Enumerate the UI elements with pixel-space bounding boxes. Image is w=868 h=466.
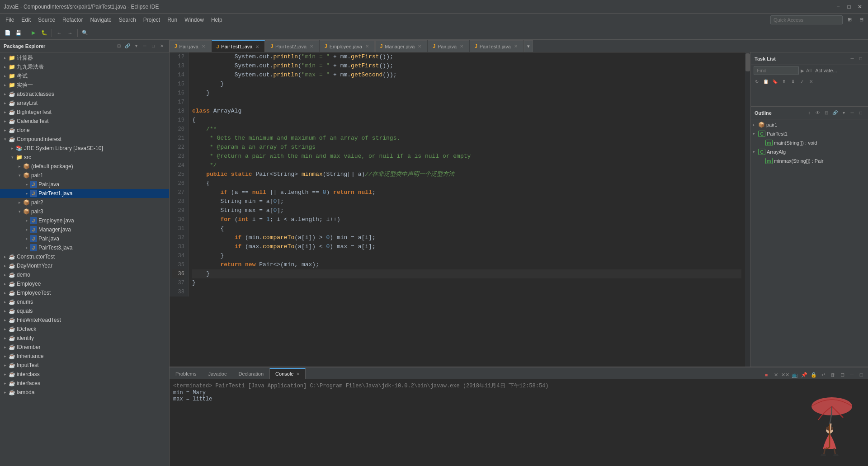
code-scroll-area[interactable]: 1213141516171819202122232425262728293031… [170,52,745,367]
tree-item-9[interactable]: ▾☕CompoundInterest [0,135,169,144]
code-lines[interactable]: System.out.println("min = " + mm.getFirs… [189,52,745,297]
task-btn-2[interactable]: 📋 [762,77,770,85]
tree-item-27[interactable]: ▸☕enums [0,297,169,306]
minimize-panel-btn[interactable]: ─ [141,42,148,50]
tree-item-34[interactable]: ▸☕InputTest [0,361,169,370]
tree-item-13[interactable]: ▾📦pair1 [0,171,169,180]
console-scroll-lock-btn[interactable]: 🔒 [810,371,818,379]
tree-item-7[interactable]: ▸☕CalendarTest [0,117,169,126]
debug-btn[interactable]: 🐛 [39,28,49,38]
outline-item-2[interactable]: mmain(String[]) : void [751,138,868,147]
console-minimize-btn[interactable]: ─ [848,371,856,379]
editor-scrollbar[interactable] [745,52,750,367]
tree-item-15[interactable]: ▸JPairTest1.java [0,189,169,198]
run-btn[interactable]: ▶ [28,28,38,38]
view-menu-btn[interactable]: ⊟ [856,15,866,25]
console-clear-btn[interactable]: 🗑 [829,371,837,379]
scrollbar-thumb[interactable] [745,53,750,71]
tree-item-12[interactable]: ▸📦(default package) [0,162,169,171]
tab-employee-java[interactable]: J Employee.java ✕ [320,40,375,52]
tree-item-33[interactable]: ▸☕Inheritance [0,352,169,361]
tab-console[interactable]: Console ✕ [269,368,306,379]
console-terminate-btn[interactable]: ■ [762,371,770,379]
tab-javadoc[interactable]: Javadoc [202,368,232,379]
perspectives-btn[interactable]: ⊞ [844,15,854,25]
tree-item-17[interactable]: ▾📦pair3 [0,207,169,216]
menu-run[interactable]: Run [164,15,181,25]
outline-item-0[interactable]: ▸📦pair1 [751,120,868,129]
console-remove-all-btn[interactable]: ✕✕ [781,371,789,379]
tree-item-36[interactable]: ▸☕interfaces [0,379,169,388]
console-pin-btn[interactable]: 📌 [800,371,808,379]
task-btn-6[interactable]: ✓ [798,77,806,85]
task-minimize-btn[interactable]: ─ [849,55,856,62]
find-arrow[interactable]: ▶ [801,68,804,73]
task-btn-4[interactable]: ⬆ [780,77,788,85]
tab-close-btn[interactable]: ✕ [309,43,314,49]
tab-overflow-btn[interactable]: ▾ [524,40,533,52]
tree-item-25[interactable]: ▸☕Employee [0,279,169,288]
tab-pair-java2[interactable]: J Pair.java ✕ [428,40,469,52]
tab-problems[interactable]: Problems [170,368,202,379]
tree-item-21[interactable]: ▸JPairTest3.java [0,243,169,252]
tree-item-29[interactable]: ▸☕FileWriteReadTest [0,315,169,325]
console-layout-btn[interactable]: ⊟ [838,371,846,379]
task-btn-3[interactable]: 🔖 [771,77,779,85]
tree-item-14[interactable]: ▸JPair.java [0,180,169,189]
outline-item-4[interactable]: mminmax(String[]) : Pair [751,156,868,165]
tree-item-3[interactable]: ▸📁实验一 [0,80,169,89]
tab-pairtest3-java[interactable]: J PairTest3.java ✕ [470,40,524,52]
tab-close-btn[interactable]: ✕ [364,43,370,49]
console-remove-btn[interactable]: ✕ [772,371,780,379]
tree-item-10[interactable]: ▸📚JRE System Library [JavaSE-10] [0,144,169,153]
menu-refactor[interactable]: Refactor [59,15,86,25]
menu-help[interactable]: Help [208,15,226,25]
console-word-wrap-btn[interactable]: ↵ [819,371,827,379]
task-btn-7[interactable]: ✕ [807,77,815,85]
outline-item-3[interactable]: ▾CArrayAlg [751,147,868,156]
tree-item-18[interactable]: ▸JEmployee.java [0,216,169,225]
outline-menu-btn[interactable]: ▾ [840,109,847,117]
search-btn[interactable]: 🔍 [80,28,90,38]
task-btn-5[interactable]: ⬇ [789,77,797,85]
console-maximize-btn[interactable]: □ [857,371,865,379]
tree-item-19[interactable]: ▸JManager.java [0,225,169,234]
menu-window[interactable]: Window [181,15,208,25]
save-btn[interactable]: 💾 [14,28,24,38]
close-btn[interactable]: ✕ [855,2,864,11]
menu-search[interactable]: Search [115,15,140,25]
task-maximize-btn[interactable]: □ [857,55,864,62]
tree-item-23[interactable]: ▸☕DayMonthYear [0,261,169,270]
tree-item-2[interactable]: ▸📁考试 [0,71,169,80]
tab-pairtest1-java[interactable]: J PairTest1.java ✕ [212,40,265,52]
menu-project[interactable]: Project [140,15,164,25]
outline-minimize-btn[interactable]: ─ [849,109,856,117]
outline-collapse-btn[interactable]: ⊟ [823,109,830,117]
tree-item-24[interactable]: ▸☕demo [0,270,169,279]
console-new-btn[interactable]: 📺 [791,371,799,379]
maximize-panel-btn[interactable]: □ [150,42,157,50]
tree-item-30[interactable]: ▸☕IDcheck [0,325,169,334]
tree-item-5[interactable]: ▸☕arrayList [0,99,169,108]
menu-file[interactable]: File [2,15,18,25]
minimize-btn[interactable]: − [834,2,843,11]
task-btn-1[interactable]: ↻ [753,77,761,85]
tree-item-0[interactable]: ▸📁计算器 [0,53,169,62]
tab-close-btn[interactable]: ✕ [417,43,422,49]
outline-maximize-btn[interactable]: □ [857,109,864,117]
menu-source[interactable]: Source [34,15,59,25]
tab-close-btn[interactable]: ✕ [255,44,260,50]
tree-item-22[interactable]: ▸☕ConstructorTest [0,252,169,261]
new-btn[interactable]: 📄 [3,28,13,38]
tree-item-28[interactable]: ▸☕equals [0,306,169,315]
tree-item-4[interactable]: ▸☕abstractclasses [0,89,169,99]
tree-item-6[interactable]: ▸☕BigIntegerTest [0,108,169,117]
tree-item-35[interactable]: ▸☕interclass [0,370,169,379]
collapse-all-btn[interactable]: ⊟ [115,42,123,50]
tree-item-31[interactable]: ▸☕identify [0,334,169,343]
maximize-btn[interactable]: □ [844,2,854,11]
forward-btn[interactable]: → [65,28,75,38]
activate-link[interactable]: Activate... [815,68,837,73]
back-btn[interactable]: ← [54,28,64,38]
outline-item-1[interactable]: ▾CPairTest1 [751,129,868,138]
